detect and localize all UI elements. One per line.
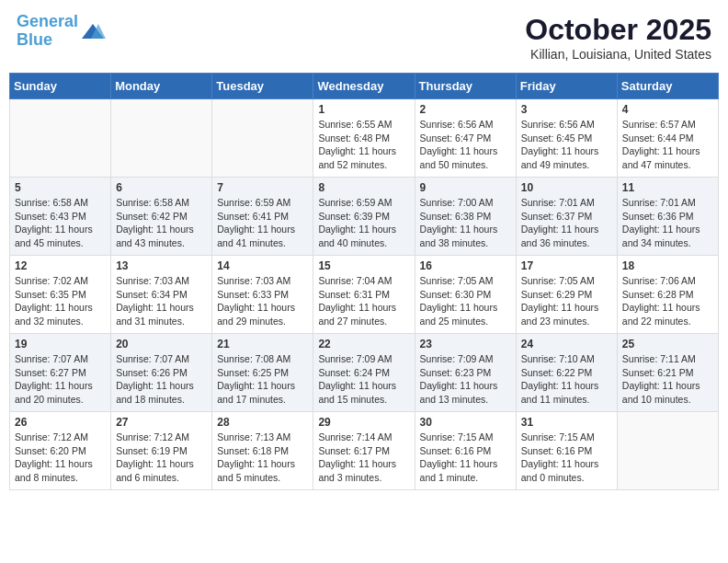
calendar-cell: 11Sunrise: 7:01 AM Sunset: 6:36 PM Dayli… <box>617 178 718 256</box>
calendar-cell: 21Sunrise: 7:08 AM Sunset: 6:25 PM Dayli… <box>212 334 313 412</box>
calendar-dow-thursday: Thursday <box>415 74 516 99</box>
day-info: Sunrise: 6:58 AM Sunset: 6:43 PM Dayligh… <box>15 196 106 250</box>
day-number: 26 <box>15 416 106 429</box>
day-number: 24 <box>521 338 612 350</box>
day-number: 22 <box>318 338 409 350</box>
day-number: 23 <box>420 338 511 350</box>
calendar-cell: 28Sunrise: 7:13 AM Sunset: 6:18 PM Dayli… <box>212 412 313 490</box>
day-info: Sunrise: 7:07 AM Sunset: 6:27 PM Dayligh… <box>15 352 106 407</box>
day-info: Sunrise: 6:58 AM Sunset: 6:42 PM Dayligh… <box>116 196 207 250</box>
logo-text: GeneralBlue <box>17 13 78 50</box>
calendar-cell: 14Sunrise: 7:03 AM Sunset: 6:33 PM Dayli… <box>212 256 313 334</box>
calendar-cell: 19Sunrise: 7:07 AM Sunset: 6:27 PM Dayli… <box>10 334 111 412</box>
day-number: 20 <box>116 338 207 350</box>
calendar-cell: 13Sunrise: 7:03 AM Sunset: 6:34 PM Dayli… <box>111 256 212 334</box>
day-info: Sunrise: 7:12 AM Sunset: 6:20 PM Dayligh… <box>15 431 106 485</box>
calendar-cell: 31Sunrise: 7:15 AM Sunset: 6:16 PM Dayli… <box>516 412 617 490</box>
calendar-cell: 1Sunrise: 6:55 AM Sunset: 6:48 PM Daylig… <box>313 99 415 178</box>
day-number: 7 <box>217 181 308 194</box>
calendar-cell: 6Sunrise: 6:58 AM Sunset: 6:42 PM Daylig… <box>111 178 212 256</box>
day-number: 8 <box>318 181 409 194</box>
day-info: Sunrise: 7:01 AM Sunset: 6:37 PM Dayligh… <box>521 196 612 250</box>
calendar-cell: 20Sunrise: 7:07 AM Sunset: 6:26 PM Dayli… <box>111 334 212 412</box>
calendar-cell: 10Sunrise: 7:01 AM Sunset: 6:37 PM Dayli… <box>516 178 617 256</box>
day-number: 28 <box>217 416 308 429</box>
day-number: 25 <box>622 338 713 350</box>
calendar-header-row: SundayMondayTuesdayWednesdayThursdayFrid… <box>10 74 719 99</box>
day-info: Sunrise: 7:03 AM Sunset: 6:33 PM Dayligh… <box>217 274 308 328</box>
day-info: Sunrise: 7:09 AM Sunset: 6:24 PM Dayligh… <box>318 352 409 407</box>
calendar-cell: 26Sunrise: 7:12 AM Sunset: 6:20 PM Dayli… <box>10 412 111 490</box>
day-info: Sunrise: 6:57 AM Sunset: 6:44 PM Dayligh… <box>622 118 713 172</box>
calendar-cell: 25Sunrise: 7:11 AM Sunset: 6:21 PM Dayli… <box>617 334 718 412</box>
day-info: Sunrise: 7:05 AM Sunset: 6:29 PM Dayligh… <box>521 274 612 328</box>
day-info: Sunrise: 7:11 AM Sunset: 6:21 PM Dayligh… <box>622 352 713 407</box>
day-number: 15 <box>318 259 409 272</box>
day-number: 14 <box>217 259 308 272</box>
day-info: Sunrise: 6:56 AM Sunset: 6:45 PM Dayligh… <box>521 118 612 172</box>
calendar-cell <box>10 99 111 178</box>
day-number: 27 <box>116 416 207 429</box>
page-header: GeneralBlue October 2025 Killian, Louisi… <box>9 9 719 65</box>
day-number: 13 <box>116 259 207 272</box>
day-number: 1 <box>318 103 409 116</box>
calendar-week-5: 26Sunrise: 7:12 AM Sunset: 6:20 PM Dayli… <box>10 412 719 490</box>
calendar-cell: 8Sunrise: 6:59 AM Sunset: 6:39 PM Daylig… <box>313 178 415 256</box>
day-number: 2 <box>420 103 511 116</box>
logo-icon <box>80 22 106 40</box>
day-info: Sunrise: 7:06 AM Sunset: 6:28 PM Dayligh… <box>622 274 713 328</box>
day-info: Sunrise: 7:04 AM Sunset: 6:31 PM Dayligh… <box>318 274 409 328</box>
day-number: 5 <box>15 181 106 194</box>
calendar-dow-wednesday: Wednesday <box>313 74 415 99</box>
day-info: Sunrise: 7:08 AM Sunset: 6:25 PM Dayligh… <box>217 352 308 407</box>
day-info: Sunrise: 7:10 AM Sunset: 6:22 PM Dayligh… <box>521 352 612 407</box>
day-info: Sunrise: 7:02 AM Sunset: 6:35 PM Dayligh… <box>15 274 106 328</box>
calendar-cell: 30Sunrise: 7:15 AM Sunset: 6:16 PM Dayli… <box>415 412 516 490</box>
calendar-cell: 5Sunrise: 6:58 AM Sunset: 6:43 PM Daylig… <box>10 178 111 256</box>
calendar-cell <box>617 412 718 490</box>
calendar-cell: 24Sunrise: 7:10 AM Sunset: 6:22 PM Dayli… <box>516 334 617 412</box>
day-number: 30 <box>420 416 511 429</box>
day-info: Sunrise: 7:05 AM Sunset: 6:30 PM Dayligh… <box>420 274 511 328</box>
day-number: 3 <box>521 103 612 116</box>
day-number: 9 <box>420 181 511 194</box>
calendar-cell: 2Sunrise: 6:56 AM Sunset: 6:47 PM Daylig… <box>415 99 516 178</box>
day-number: 29 <box>318 416 409 429</box>
day-info: Sunrise: 7:15 AM Sunset: 6:16 PM Dayligh… <box>521 431 612 485</box>
calendar-cell <box>212 99 313 178</box>
day-info: Sunrise: 6:59 AM Sunset: 6:39 PM Dayligh… <box>318 196 409 250</box>
day-number: 17 <box>521 259 612 272</box>
day-info: Sunrise: 7:01 AM Sunset: 6:36 PM Dayligh… <box>622 196 713 250</box>
day-info: Sunrise: 7:15 AM Sunset: 6:16 PM Dayligh… <box>420 431 511 485</box>
calendar-week-2: 5Sunrise: 6:58 AM Sunset: 6:43 PM Daylig… <box>10 178 719 256</box>
calendar-cell: 9Sunrise: 7:00 AM Sunset: 6:38 PM Daylig… <box>415 178 516 256</box>
calendar: SundayMondayTuesdayWednesdayThursdayFrid… <box>9 73 719 490</box>
calendar-cell: 27Sunrise: 7:12 AM Sunset: 6:19 PM Dayli… <box>111 412 212 490</box>
calendar-cell <box>111 99 212 178</box>
day-number: 11 <box>622 181 713 194</box>
day-number: 4 <box>622 103 713 116</box>
calendar-dow-sunday: Sunday <box>10 74 111 99</box>
calendar-cell: 22Sunrise: 7:09 AM Sunset: 6:24 PM Dayli… <box>313 334 415 412</box>
day-number: 18 <box>622 259 713 272</box>
calendar-cell: 4Sunrise: 6:57 AM Sunset: 6:44 PM Daylig… <box>617 99 718 178</box>
calendar-cell: 29Sunrise: 7:14 AM Sunset: 6:17 PM Dayli… <box>313 412 415 490</box>
day-number: 21 <box>217 338 308 350</box>
logo: GeneralBlue <box>17 13 106 50</box>
calendar-cell: 3Sunrise: 6:56 AM Sunset: 6:45 PM Daylig… <box>516 99 617 178</box>
day-number: 19 <box>15 338 106 350</box>
day-info: Sunrise: 7:13 AM Sunset: 6:18 PM Dayligh… <box>217 431 308 485</box>
day-info: Sunrise: 7:09 AM Sunset: 6:23 PM Dayligh… <box>420 352 511 407</box>
calendar-dow-monday: Monday <box>111 74 212 99</box>
day-number: 31 <box>521 416 612 429</box>
day-number: 12 <box>15 259 106 272</box>
calendar-dow-friday: Friday <box>516 74 617 99</box>
calendar-cell: 23Sunrise: 7:09 AM Sunset: 6:23 PM Dayli… <box>415 334 516 412</box>
calendar-cell: 7Sunrise: 6:59 AM Sunset: 6:41 PM Daylig… <box>212 178 313 256</box>
calendar-dow-tuesday: Tuesday <box>212 74 313 99</box>
day-number: 6 <box>116 181 207 194</box>
day-info: Sunrise: 7:00 AM Sunset: 6:38 PM Dayligh… <box>420 196 511 250</box>
title-block: October 2025 Killian, Louisiana, United … <box>525 13 711 62</box>
calendar-week-3: 12Sunrise: 7:02 AM Sunset: 6:35 PM Dayli… <box>10 256 719 334</box>
location: Killian, Louisiana, United States <box>525 47 711 62</box>
